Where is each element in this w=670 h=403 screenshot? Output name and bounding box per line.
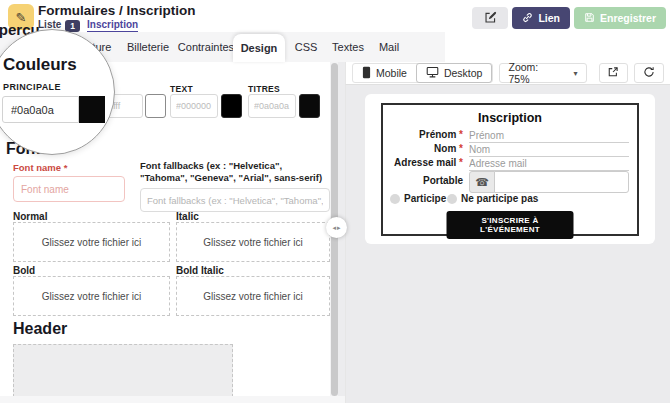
font-name-label: Font name * [13,162,67,173]
variant-bold-label: Bold [13,265,35,276]
save-button[interactable]: Enregistrer [574,7,666,29]
share-icon [607,64,619,82]
color-text-swatch[interactable] [221,94,242,118]
radio-participe-label: Participe [404,193,446,204]
color-secondaire-swatch[interactable] [145,94,166,118]
splitter-left-icon: ◂ [332,224,336,232]
tab-textes[interactable]: Textes [326,32,370,62]
adresse-mail-label: Adresse mail * [383,157,463,168]
nom-input[interactable] [469,143,629,157]
preview-field-row: Nom * [383,143,637,157]
mobile-toggle-button[interactable]: Mobile [353,63,416,83]
prenom-label: Prénom * [383,129,463,140]
desktop-toggle-button[interactable]: Desktop [416,63,493,83]
color-titres-label: TITRES [248,84,280,94]
preview-field-row: Prénom * [383,129,637,143]
nav-link-inscription[interactable]: Inscription [87,19,138,33]
dropzone-header[interactable] [13,344,233,397]
caret-down-icon: ▾ [574,69,578,78]
zoom-level-select[interactable]: Zoom: 75% ▾ [499,63,586,83]
color-text-label: TEXT [170,84,193,94]
header-section-heading: Header [13,320,67,338]
mobile-icon [362,66,371,81]
couleurs-heading: Couleurs [3,55,77,75]
refresh-icon [643,64,655,82]
prenom-input[interactable] [469,129,629,143]
save-button-label: Enregistrer [600,12,656,24]
desktop-toggle-label: Desktop [444,67,483,79]
dropzone-bold-italic[interactable]: Glissez votre fichier ici [176,276,330,316]
portable-input[interactable] [494,171,629,193]
tab-billeterie[interactable]: Billeterie [120,32,176,62]
dropzone-normal[interactable]: Glissez votre fichier ici [13,222,170,262]
variant-bold-italic-label: Bold Italic [176,265,224,276]
tab-contraintes[interactable]: Contraintes [176,32,236,62]
refresh-preview-button[interactable] [634,63,664,83]
font-fallbacks-input[interactable] [140,188,330,212]
app-window: ✎ Formulaires / Inscription Liste 1 Insc… [0,0,670,403]
dropzone-bold-italic-text: Glissez votre fichier ici [203,291,302,302]
dropzone-italic[interactable]: Glissez votre fichier ici [176,222,330,262]
lien-button[interactable]: Lien [512,7,570,29]
lien-button-label: Lien [538,12,560,24]
font-name-input[interactable] [13,176,125,202]
color-text-input[interactable] [170,94,218,118]
preview-form: Inscription Prénom * Nom * Adresse mail … [381,103,639,236]
color-principale-swatch[interactable] [79,96,105,123]
dropzone-normal-text: Glissez votre fichier ici [42,237,141,248]
preview-field-row: Adresse mail * [383,157,637,171]
preview-form-title: Inscription [383,111,637,125]
tab-mail[interactable]: Mail [370,32,408,62]
tab-design[interactable]: Design [233,34,285,62]
panel-resize-handle[interactable]: ◂ ▸ [326,217,347,238]
dropzone-italic-text: Glissez votre fichier ici [203,237,302,248]
save-icon [584,12,595,25]
mobile-toggle-label: Mobile [376,67,407,79]
page-title: Formulaires / Inscription [38,3,196,18]
phone-icon: ☎ [469,171,495,193]
preview-submit-button[interactable]: S'INSCRIRE À L'ÉVÉNEMENT [447,211,574,239]
splitter-right-icon: ▸ [337,224,341,232]
color-principale-label: PRINCIPALE [3,82,61,92]
nom-label: Nom * [383,143,463,154]
portable-label: Portable [383,175,463,186]
page-bottom-strip [0,396,345,403]
font-fallbacks-label: Font fallbacks (ex : "Helvetica", "Tahom… [140,160,332,184]
tab-css[interactable]: CSS [286,32,326,62]
color-titres-input[interactable] [248,94,296,118]
radio-ne-participe-pas[interactable] [447,194,457,204]
edit-button[interactable] [472,7,508,29]
device-toggle-group: Mobile Desktop [352,63,493,83]
adresse-mail-input[interactable] [469,157,629,171]
header-actions: Lien Enregistrer [472,7,666,29]
link-icon [522,12,533,25]
dropzone-bold[interactable]: Glissez votre fichier ici [13,276,170,316]
desktop-icon [426,66,439,80]
zoom-level-value: Zoom: 75% [508,61,561,85]
color-titres-swatch[interactable] [299,94,320,118]
color-principale-input[interactable] [2,96,79,123]
radio-ne-participe-pas-label: Ne participe pas [461,193,538,204]
variant-italic-label: Italic [176,211,199,222]
edit-icon [484,11,497,26]
open-preview-button[interactable] [599,63,629,83]
radio-participe[interactable] [390,194,400,204]
dropzone-bold-text: Glissez votre fichier ici [42,291,141,302]
variant-normal-label: Normal [13,211,47,222]
preview-toolbar: Mobile Desktop Zoom: 75% ▾ [345,62,670,85]
